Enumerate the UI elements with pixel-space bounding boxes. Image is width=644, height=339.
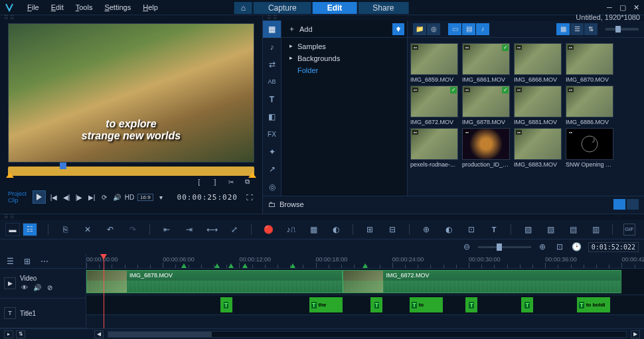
panel-drag-handle[interactable]: ⠿⠿ [0,15,262,21]
window-minimize[interactable]: ─ [605,3,613,11]
panel-layout-1[interactable] [613,199,625,210]
scroll-right-button[interactable]: ▶ [631,330,640,338]
chapter-marker[interactable] [362,263,368,268]
library-thumb[interactable]: ▪▪IMG_6859.MOV [410,43,458,83]
lib-cat-transitions[interactable]: ⇄ [263,56,281,73]
library-thumb[interactable]: ▪▪♪SNW Opening S... [566,128,613,168]
library-thumb[interactable]: ▪▪pexels-rodnae-... [410,128,458,168]
title-clip[interactable]: T [521,297,533,312]
chroma-button[interactable]: ▧ [544,224,556,236]
lib-cat-motion[interactable]: ↗ [263,161,281,178]
fullscreen-button[interactable]: ⛶ [245,192,254,202]
chapter-marker[interactable] [181,263,187,268]
library-thumb[interactable]: ▪▪production_ID_4... [462,128,510,168]
library-thumb[interactable]: ▪▪✓IMG_6878.MOV [462,86,510,125]
mode-tab-edit[interactable]: Edit [313,2,357,14]
insert-clip-button[interactable]: ⎘ [59,224,71,236]
filter-audio[interactable]: ♪ [476,23,489,35]
lib-cat-audio[interactable]: ♪ [263,38,281,55]
clip-scope-label[interactable]: Clip [8,197,27,204]
stopmotion-button[interactable]: ▥ [590,224,602,236]
thumb-zoom-slider[interactable] [605,28,639,31]
mask-button[interactable]: ◐ [443,224,455,236]
timeline-playhead[interactable] [104,254,104,328]
undo-button[interactable]: ↶ [104,224,116,236]
multicam-button[interactable]: ⊞ [364,224,376,236]
slip-button[interactable]: ⇥ [183,224,195,236]
library-thumb[interactable]: ▪▪✓IMG_6861.MOV [462,43,510,83]
sort-button[interactable]: ⇅ [584,23,598,35]
timeline-clip[interactable]: IMG_6872.MOV [343,270,621,293]
title-clip[interactable]: Tto boldl [577,297,610,312]
panel-layout-2[interactable] [627,199,639,210]
mode-tab-capture[interactable]: Capture [254,2,311,14]
pin-panel-button[interactable] [392,23,404,35]
ripple-button[interactable]: ⇤ [161,224,173,236]
menu-file[interactable]: File [21,2,45,13]
timeline-clip[interactable]: IMG_6878.MOV [86,270,343,293]
lib-cat-media[interactable]: ▦ [263,21,281,38]
hd-toggle[interactable]: HD [125,192,134,202]
tools-button[interactable]: ✕ [82,224,94,236]
record-vo-button[interactable]: 🔴 [262,224,274,236]
split-button[interactable]: ✂ [226,177,236,186]
panel-drag-handle[interactable]: ⠿⠿ [0,214,644,220]
mute-button[interactable]: 🔊 [112,192,121,202]
loop-button[interactable]: ⟳ [100,192,109,202]
scroll-thumb[interactable] [108,332,212,337]
import-button[interactable]: 📁 [413,23,426,35]
title-track-header[interactable]: T Title1 [0,299,86,328]
library-thumb[interactable]: ▪▪IMG_6870.MOV [566,43,613,83]
split-screen-button[interactable]: ⊟ [386,224,398,236]
menu-tools[interactable]: Tools [70,2,99,13]
video-track-header[interactable]: ▶ Video 👁 🔊 ⊘ [0,269,86,299]
add-track-button[interactable]: ⊞ [21,255,33,267]
tree-item-backgrounds[interactable]: ▸Backgrounds [282,52,407,64]
title-clip[interactable]: T [220,297,232,312]
capture-button[interactable]: ◎ [427,23,440,35]
preview-viewport[interactable]: to explore strange new worlds [8,23,254,163]
mode-tab-home[interactable]: ⌂ [234,2,252,14]
menu-help[interactable]: Help [137,2,164,13]
menu-edit[interactable]: Edit [45,2,70,13]
title-track-lane[interactable]: TTtheTTtoTTTto boldl [86,295,644,315]
timeline-ruler[interactable]: 00:00:00:0000:00:06:0000:00:12:0000:00:1… [86,254,644,269]
project-scope-label[interactable]: Project [8,190,27,197]
window-maximize[interactable]: ▢ [619,3,627,11]
motion-track-button[interactable]: ⊕ [420,224,432,236]
title-clip[interactable]: T [465,297,477,312]
auto-music-button[interactable]: ▦ [307,224,319,236]
lib-cat-filters[interactable]: ✦ [263,143,281,161]
tree-item-folder[interactable]: Folder [282,64,407,76]
library-thumb[interactable]: ▪▪IMG_6881.MOV [514,86,562,125]
lib-cat-titles[interactable]: T [263,91,281,108]
track-more-button[interactable]: ⋯ [39,255,50,267]
scroll-track[interactable] [108,331,627,338]
filter-photo[interactable]: ▤ [462,23,475,35]
lib-cat-ar[interactable]: ◎ [263,178,281,196]
lib-cat-titles-ab[interactable]: AB [263,73,281,90]
tree-item-samples[interactable]: ▸Samples [282,40,407,52]
chapter-marker[interactable] [214,263,220,268]
browse-button[interactable]: 🗀 Browse [268,200,304,208]
view-list[interactable]: ☰ [570,23,584,35]
library-thumb[interactable]: ▪▪IMG_6886.MOV [566,86,613,125]
zoom-in-button[interactable]: ⊕ [536,241,548,253]
scrub-playhead[interactable] [60,163,66,169]
track-expand-toggle[interactable]: ▸ [4,330,13,338]
storyboard-view[interactable]: ▬ [5,223,20,236]
zoom-out-button[interactable]: ⊖ [461,241,473,253]
track-lock-toggle[interactable]: ⊘ [45,283,54,293]
video-track-lane[interactable]: IMG_6878.MOVIMG_6872.MOV [86,269,644,295]
library-thumb[interactable]: ▪▪✓IMG_6872.MOV [410,86,458,125]
roll-button[interactable]: ⟷ [206,224,218,236]
step-back-button[interactable]: ◀| [62,192,71,202]
step-fwd-button[interactable]: |▶ [74,192,84,202]
add-media-button[interactable]: ＋ Add [288,24,313,34]
window-close[interactable]: ✕ [632,3,640,11]
mark-in-button[interactable]: [ [195,177,204,186]
menu-settings[interactable]: Settings [98,2,137,13]
snapshot-button[interactable]: ⧉ [242,177,252,186]
chapter-marker[interactable] [242,263,248,268]
aspect-ratio-button[interactable]: 16:9 [137,194,153,201]
